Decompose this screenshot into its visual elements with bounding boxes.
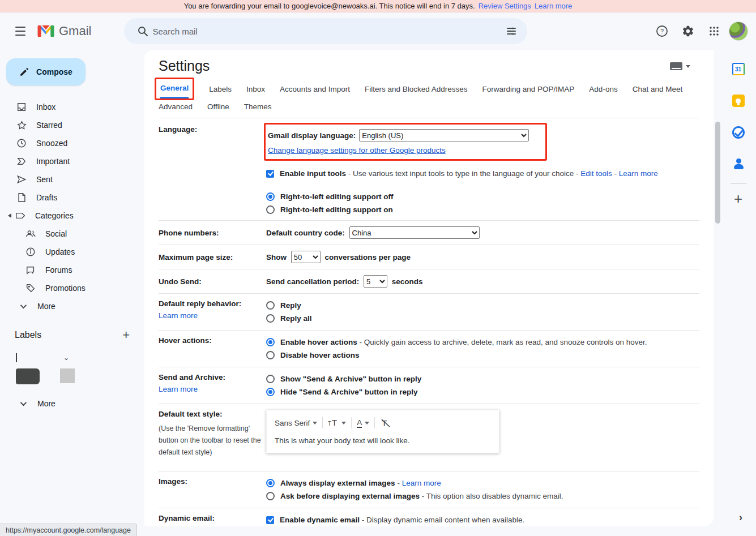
input-tools-learn-more-link[interactable]: Learn more [619, 169, 658, 178]
apps-grid-icon[interactable] [703, 20, 725, 42]
sidebar-item-social[interactable]: Social [0, 225, 144, 243]
language-row-label: Language: [159, 125, 197, 134]
hide-send-archive-radio[interactable] [266, 388, 275, 396]
main-menu-button[interactable] [7, 18, 34, 45]
country-code-select[interactable]: China [349, 226, 480, 239]
ask-before-display-images-radio[interactable] [266, 492, 275, 500]
create-label-plus-icon[interactable]: + [122, 328, 130, 342]
sidebar-item-more[interactable]: More [0, 297, 144, 315]
tab-advanced[interactable]: Advanced [159, 102, 193, 111]
reply-all-radio[interactable] [266, 314, 275, 323]
rtl-on-radio[interactable] [266, 205, 275, 214]
change-language-link[interactable]: Change language settings for other Googl… [268, 146, 446, 155]
remove-formatting-icon[interactable]: T [380, 418, 391, 428]
chevron-down-icon [17, 304, 28, 308]
sidebar-item-important[interactable]: Important [0, 152, 144, 170]
keep-icon[interactable] [727, 89, 750, 112]
labels-header: Labels + [15, 328, 130, 342]
display-language-select[interactable]: English (US) [359, 129, 529, 141]
tab-accounts-and-import[interactable]: Accounts and Import [280, 85, 350, 100]
always-display-images-radio[interactable] [266, 479, 275, 487]
star-icon [16, 120, 27, 131]
compose-label: Compose [36, 67, 72, 76]
sidebar-item-forums[interactable]: Forums [0, 261, 144, 279]
edit-tools-link[interactable]: Edit tools [580, 169, 612, 178]
tab-labels[interactable]: Labels [209, 85, 232, 100]
enable-hover-actions-radio[interactable] [266, 338, 275, 346]
calendar-icon[interactable]: 31 [727, 58, 750, 80]
tasks-icon[interactable] [727, 121, 750, 144]
sidebar-item-categories[interactable]: Categories [0, 207, 144, 225]
search-input[interactable] [152, 27, 500, 36]
forwarding-notice-text: You are forwarding your email to googlev… [184, 2, 475, 10]
font-size-dropdown[interactable]: TT [328, 418, 346, 427]
row-default-reply: Default reply behavior: Learn more Reply… [159, 294, 699, 331]
images-learn-more-link[interactable]: Learn more [402, 479, 441, 487]
hide-side-panel-icon[interactable]: › [739, 512, 742, 524]
review-settings-link[interactable]: Review Settings [479, 2, 531, 10]
rtl-off-radio[interactable] [266, 192, 275, 201]
right-side-rail: 31 + [720, 50, 756, 536]
tab-inbox[interactable]: Inbox [246, 85, 265, 100]
search-bar[interactable] [124, 18, 527, 44]
enable-dynamic-email-checkbox[interactable] [266, 516, 274, 524]
sidebar-item-sent[interactable]: Sent [0, 170, 144, 188]
tab-add-ons[interactable]: Add-ons [589, 85, 617, 100]
gmail-logo[interactable]: Gmail [37, 24, 91, 38]
user-avatar[interactable] [729, 22, 748, 41]
left-sidebar: Compose Inbox Starred Snoozed Important … [0, 50, 144, 536]
important-marker-icon [16, 157, 27, 166]
sidebar-item-starred[interactable]: Starred [0, 116, 144, 134]
main-scrollbar-thumb[interactable] [715, 122, 720, 224]
sidebar-item-inbox[interactable]: Inbox [0, 98, 144, 116]
search-icon[interactable] [133, 22, 152, 41]
display-language-label: Gmail display language: [268, 131, 356, 140]
settings-gear-icon[interactable] [677, 20, 699, 42]
tab-chat-and-meet[interactable]: Chat and Meet [633, 85, 683, 100]
reply-radio[interactable] [266, 301, 275, 310]
tab-filters-and-blocked-addresses[interactable]: Filters and Blocked Addresses [365, 85, 468, 100]
labels-more[interactable]: More [0, 395, 144, 413]
label-cursor-artifact [16, 353, 17, 362]
compose-button[interactable]: Compose [6, 58, 86, 85]
help-icon[interactable]: ? [651, 20, 673, 42]
settings-panel: Settings General Labels Inbox Accounts a… [144, 50, 714, 526]
banner-learn-more-link[interactable]: Learn more [535, 2, 572, 10]
tab-themes[interactable]: Themes [244, 102, 272, 111]
add-addon-plus-icon[interactable]: + [727, 187, 750, 210]
sidebar-item-snoozed[interactable]: Snoozed [0, 134, 144, 152]
settings-tabs-row2: Advanced Offline Themes [159, 102, 699, 118]
sidebar-item-drafts[interactable]: Drafts [0, 188, 144, 207]
text-style-editor: Sans Serif TT A [266, 410, 499, 453]
dropdown-arrow-icon [341, 422, 346, 424]
enable-input-tools-checkbox[interactable] [266, 170, 274, 178]
label-swatch-light[interactable] [60, 368, 75, 383]
disable-hover-actions-radio[interactable] [266, 351, 275, 359]
tab-forwarding-and-pop-imap[interactable]: Forwarding and POP/IMAP [482, 85, 575, 100]
text-style-preview: This is what your body text will look li… [275, 436, 491, 445]
send-archive-learn-more-link[interactable]: Learn more [159, 385, 198, 393]
reply-learn-more-link[interactable]: Learn more [159, 311, 198, 320]
input-method-selector[interactable] [670, 62, 690, 70]
search-options-icon[interactable] [500, 20, 523, 42]
label-arrow-artifact: ⌄ [63, 354, 69, 362]
label-swatch-dark[interactable] [16, 368, 40, 384]
annotation-box-general-tab: General [155, 78, 194, 100]
sidebar-item-updates[interactable]: Updates [0, 243, 144, 261]
cancellation-period-select[interactable]: 5 [364, 275, 387, 288]
people-icon [25, 230, 36, 238]
svg-text:?: ? [660, 28, 664, 35]
tab-general[interactable]: General [160, 84, 189, 98]
row-dynamic-email: Dynamic email: Learn more Enable dynamic… [159, 508, 699, 526]
inbox-icon [16, 102, 27, 112]
gmail-m-icon [37, 24, 54, 38]
page-size-select[interactable]: 50 [291, 251, 321, 263]
sidebar-item-promotions[interactable]: Promotions [0, 279, 144, 297]
tab-offline[interactable]: Offline [207, 102, 229, 111]
contacts-icon[interactable] [727, 153, 750, 175]
dynamic-email-learn-more-link[interactable]: Learn more [159, 526, 198, 526]
show-send-archive-radio[interactable] [266, 375, 275, 383]
collapse-arrow-icon[interactable] [8, 213, 11, 218]
font-family-dropdown[interactable]: Sans Serif [275, 419, 317, 427]
text-color-dropdown[interactable]: A [357, 418, 369, 428]
